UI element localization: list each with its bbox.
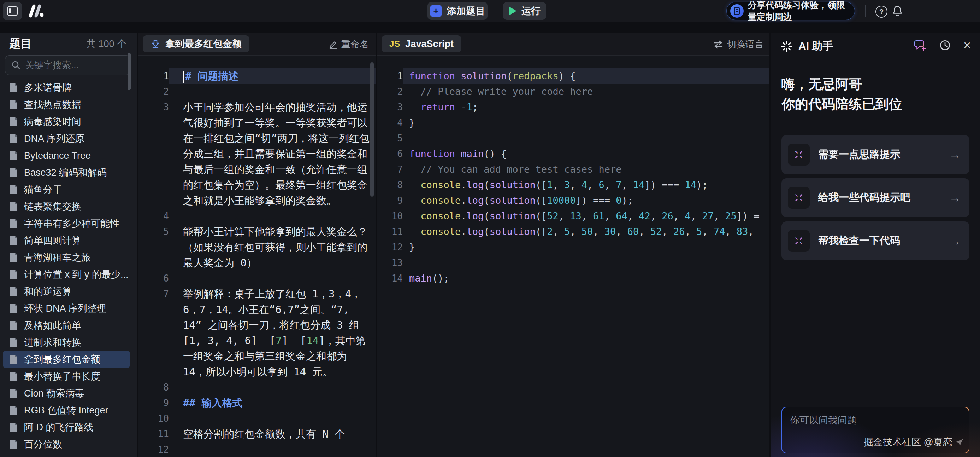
line-number: 10 (377, 208, 403, 224)
editor-line[interactable]: 10 (138, 411, 376, 426)
description-header: 拿到最多红包金额 重命名 (138, 32, 376, 56)
sidebar-item-label: 简单四则计算 (24, 234, 81, 247)
sidebar-item[interactable] (3, 453, 130, 457)
sidebar-item[interactable]: Cion 勒索病毒 (3, 385, 130, 402)
editor-line[interactable]: 11空格分割的红包金额数，共有 N 个 (138, 426, 376, 442)
editor-line[interactable]: 6，7，14。小王在“6,7”之间、“7, (138, 302, 376, 317)
line-content: function solution(redpacks) { (403, 68, 770, 84)
suggestion-label: 需要一点思路提示 (818, 147, 900, 161)
editor-line[interactable]: 1# 问题描述 (138, 68, 376, 84)
editor-line[interactable]: 7举例解释：桌子上放了红包 1，3，4， (138, 286, 376, 302)
sidebar-item[interactable]: 病毒感染时间 (3, 113, 130, 130)
app-logo[interactable] (27, 4, 47, 18)
editor-line[interactable]: 气很好抽到了一等奖。一等奖获奖者可以 (138, 115, 376, 131)
editor-line[interactable]: 7 // You can add more test cases here (377, 161, 770, 177)
sidebar-item[interactable]: 查找热点数据 (3, 96, 130, 113)
description-scrollbar[interactable] (370, 62, 374, 197)
promo-banner[interactable]: 分享代码练习体验，领限量定制周边 (726, 2, 855, 20)
line-number: 9 (377, 193, 403, 208)
ai-suggestion-card[interactable]: 给我一些代码提示吧→ (781, 178, 969, 217)
editor-line[interactable]: 14，所以小明可以拿到 14 元。 (138, 364, 376, 380)
history-icon[interactable] (939, 39, 951, 52)
ai-greeting-line2: 你的代码陪练已到位 (781, 94, 902, 114)
editor-line[interactable]: 11 console.log(solution([2, 5, 50, 30, 6… (377, 224, 770, 240)
sidebar-item[interactable]: 进制求和转换 (3, 334, 130, 351)
new-chat-icon[interactable] (914, 39, 927, 52)
editor-line[interactable]: 与最后一组的奖金和一致（允许任意一组 (138, 161, 376, 177)
help-icon[interactable]: ? (875, 6, 888, 18)
sidebar-item[interactable]: RGB 色值转 Integer (3, 402, 130, 419)
language-tab[interactable]: JS JavaScript (382, 35, 461, 52)
sidebar-item[interactable]: DNA 序列还原 (3, 130, 130, 147)
editor-line[interactable]: 8 (138, 380, 376, 395)
editor-line[interactable]: 4} (377, 115, 770, 131)
sidebar-item[interactable]: 多米诺骨牌 (3, 79, 130, 96)
ai-chat-input[interactable]: 你可以问我问题 掘金技术社区 @夏恋 (781, 407, 969, 454)
editor-line[interactable]: 10 console.log(solution([52, 13, 61, 64,… (377, 208, 770, 224)
switch-language-button[interactable]: 切换语言 (713, 38, 764, 51)
editor-line[interactable]: 9## 输入格式 (138, 395, 376, 411)
editor-line[interactable]: 2 // Please write your code here (377, 84, 770, 99)
code-editor[interactable]: 1function solution(redpacks) {2 // Pleas… (377, 56, 770, 457)
editor-line[interactable]: 的红包集合为空）。最终第一组红包奖金 (138, 177, 376, 193)
notification-bell-icon[interactable] (892, 5, 903, 17)
line-number (138, 131, 169, 146)
editor-line[interactable]: 4 (138, 208, 376, 224)
editor-line[interactable]: 6function main() { (377, 146, 770, 161)
line-number: 3 (377, 99, 403, 115)
sidebar-title: 题目 (9, 36, 32, 52)
sidebar-item[interactable]: 拿到最多红包金额 (3, 351, 130, 368)
sidebar-item[interactable]: 及格如此简单 (3, 317, 130, 334)
editor-line[interactable]: 在一排红包之间“切”两刀，将这一列红包 (138, 131, 376, 146)
sidebar-item[interactable]: Base32 编码和解码 (3, 164, 130, 181)
editor-line[interactable]: 2 (138, 84, 376, 99)
add-problem-label: 添加题目 (447, 5, 485, 18)
editor-line[interactable]: 12 (138, 442, 376, 457)
description-tab[interactable]: 拿到最多红包金额 (143, 35, 250, 52)
sidebar-item[interactable]: Bytedance Tree (3, 147, 130, 164)
sidebar-item[interactable]: 字符串有多少种可能性 (3, 215, 130, 232)
editor-line[interactable]: 14” 之间各切一刀，将红包分成 3 组 (138, 317, 376, 333)
add-problem-button[interactable]: + 添加题目 (428, 2, 487, 20)
sidebar-item[interactable]: 计算位置 x 到 y 的最少... (3, 266, 130, 283)
description-editor[interactable]: 1# 问题描述23小王同学参加公司年会的抽奖活动，他运气很好抽到了一等奖。一等奖… (138, 56, 376, 457)
editor-line[interactable]: 5能帮小王计算下他能拿到的最大奖金么？ (138, 224, 376, 240)
editor-line[interactable]: 12} (377, 240, 770, 255)
editor-line[interactable]: 最大奖金为 0） (138, 255, 376, 271)
sidebar-item[interactable]: 阿 D 的飞行路线 (3, 419, 130, 436)
ai-suggestion-card[interactable]: 帮我检查一下代码→ (781, 221, 969, 260)
editor-line[interactable]: 之和就是小王能够拿到的奖金数。 (138, 193, 376, 208)
close-icon[interactable]: × (963, 40, 971, 51)
editor-line[interactable]: （如果没有红包可获得，则小王能拿到的 (138, 240, 376, 255)
sidebar-item-label: DNA 序列还原 (24, 132, 84, 145)
editor-line[interactable]: [1, 3, 4, 6] [7] [14]，其中第 (138, 333, 376, 348)
sidebar-item[interactable]: 简单四则计算 (3, 232, 130, 249)
rename-button[interactable]: 重命名 (329, 38, 369, 51)
sidebar-item[interactable]: 猫鱼分干 (3, 181, 130, 198)
ai-suggestion-card[interactable]: 需要一点思路提示→ (781, 135, 969, 174)
line-content: 空格分割的红包金额数，共有 N 个 (169, 426, 376, 442)
editor-line[interactable]: 1function solution(redpacks) { (377, 68, 770, 84)
editor-line[interactable]: 3小王同学参加公司年会的抽奖活动，他运 (138, 99, 376, 115)
sidebar-item[interactable]: 链表聚集交换 (3, 198, 130, 215)
editor-line[interactable]: 分成三组，并且需要保证第一组的奖金和 (138, 146, 376, 161)
sidebar-scrollbar[interactable] (127, 53, 131, 90)
sidebar-item[interactable]: 最小替换子串长度 (3, 368, 130, 385)
sidebar-item[interactable]: 青海湖租车之旅 (3, 249, 130, 266)
editor-line[interactable]: 13 (377, 255, 770, 271)
sidebar-item[interactable]: 百分位数 (3, 436, 130, 453)
search-input[interactable]: 关键字搜索... (5, 55, 131, 75)
editor-line[interactable]: 9 console.log(solution([10000]) === 0); (377, 193, 770, 208)
editor-line[interactable]: 8 console.log(solution([1, 3, 4, 6, 7, 1… (377, 177, 770, 193)
editor-line[interactable]: 3 return -1; (377, 99, 770, 115)
run-button[interactable]: 运行 (503, 2, 546, 20)
line-content: 6，7，14。小王在“6,7”之间、“7, (169, 302, 376, 317)
editor-line[interactable]: 5 (377, 131, 770, 146)
sidebar-item[interactable]: 环状 DNA 序列整理 (3, 300, 130, 317)
sidebar-toggle-button[interactable] (3, 2, 22, 20)
editor-line[interactable]: 一组奖金之和与第三组奖金之和都为 (138, 348, 376, 364)
line-number: 11 (138, 426, 169, 442)
editor-line[interactable]: 14main(); (377, 271, 770, 286)
sidebar-item[interactable]: 和的逆运算 (3, 283, 130, 300)
editor-line[interactable]: 6 (138, 271, 376, 286)
